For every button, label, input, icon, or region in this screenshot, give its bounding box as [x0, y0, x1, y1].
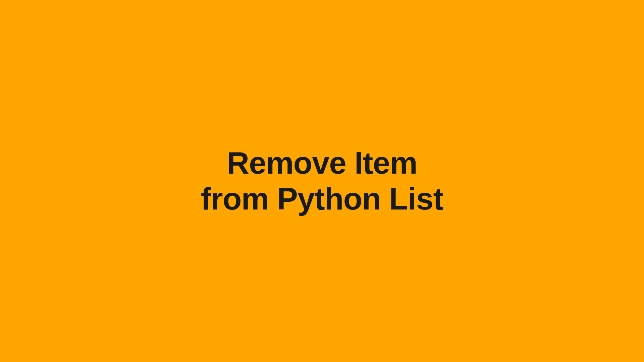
title-line-1: Remove Item — [227, 145, 417, 180]
title-line-2: from Python List — [201, 181, 443, 216]
page-title: Remove Item from Python List — [201, 145, 443, 217]
